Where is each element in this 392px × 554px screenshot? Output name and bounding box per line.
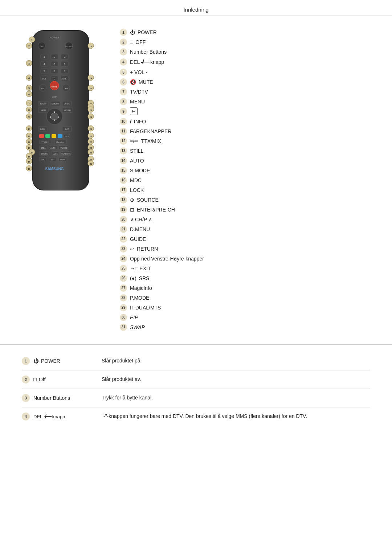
legend-num-25: 25 <box>120 265 127 272</box>
legend-item-12: 12 ≡/✏ TTX/MIX <box>120 138 370 145</box>
svg-text:20: 20 <box>90 87 92 90</box>
svg-text:ENTER: ENTER <box>61 78 69 80</box>
svg-text:7: 7 <box>44 70 45 73</box>
svg-text:0: 0 <box>54 77 56 80</box>
svg-text:D.MENU: D.MENU <box>52 103 59 105</box>
legend-item-1: 1 ⏻ POWER <box>120 29 370 36</box>
legend-num-3: 3 <box>120 48 127 56</box>
svg-rect-60 <box>58 134 62 138</box>
legend-text-9: ↵ <box>130 108 138 115</box>
legend-item-11: 11 FARGEKNAPPER <box>120 128 370 135</box>
legend-item-21: 21 D.MENU <box>120 226 370 233</box>
legend-text-17: LOCK <box>130 187 144 193</box>
legend-num-23: 23 <box>120 245 127 253</box>
svg-text:CHIP: CHIP <box>52 96 57 98</box>
header-title: Innledning <box>183 7 208 13</box>
svg-text:SRS: SRS <box>65 135 69 138</box>
legend-item-6: 6 🔇 MUTE <box>120 78 370 86</box>
svg-text:16: 16 <box>28 161 30 163</box>
svg-text:14: 14 <box>31 152 33 154</box>
legend-num-7: 7 <box>120 88 127 95</box>
svg-text:18: 18 <box>90 45 92 48</box>
legend-item-20: 20 ∨ CH/P ∧ <box>120 216 370 223</box>
legend-text-8: MENU <box>130 98 145 105</box>
legend-num-27: 27 <box>120 284 127 292</box>
legend-num-9: 9 <box>120 108 127 115</box>
legend-num-12: 12 <box>120 138 127 145</box>
svg-text:15: 15 <box>28 156 30 158</box>
legend-item-16: 16 MDC <box>120 177 370 184</box>
legend-text-11: FARGEKNAPPER <box>130 128 171 135</box>
svg-text:GUIDE: GUIDE <box>64 103 70 105</box>
desc-num-4: 4 <box>22 413 30 420</box>
legend-num-29: 29 <box>120 304 127 311</box>
desc-key-1: 1 ⏻ POWER <box>22 357 102 365</box>
legend-text-10: i INFO <box>130 118 146 125</box>
svg-text:12: 12 <box>28 141 30 143</box>
legend-num-17: 17 <box>120 186 127 194</box>
remote-area: POWER OFF SOURCE 1 2 3 4 5 6 7 8 9 <box>22 27 109 333</box>
svg-text:27: 27 <box>90 141 92 143</box>
legend-num-15: 15 <box>120 167 127 174</box>
svg-text:5: 5 <box>28 87 30 90</box>
svg-text:SAMSUNG: SAMSUNG <box>45 167 64 171</box>
svg-text:VOL: VOL <box>41 87 45 90</box>
legend-text-31: SWAP <box>130 324 145 331</box>
svg-text:EXIT: EXIT <box>65 128 69 130</box>
legend-text-20: ∨ CH/P ∧ <box>130 216 152 223</box>
svg-text:S.MODE: S.MODE <box>41 153 48 155</box>
legend-text-4: DEL -/— knapp <box>130 58 164 66</box>
legend-text-3: Number Buttons <box>130 49 167 55</box>
legend-item-2: 2 □ OFF <box>120 38 370 46</box>
legend-text-7: TV/DTV <box>130 89 148 95</box>
svg-text:STILL: STILL <box>41 147 46 149</box>
svg-text:CH/P: CH/P <box>64 87 69 90</box>
legend-text-18: ⊕ SOURCE <box>130 197 159 203</box>
desc-key-label-2: Off <box>39 377 45 382</box>
legend-num-4: 4 <box>120 58 127 66</box>
desc-row-2: 2 □ Off Slår produktet av. <box>22 370 370 389</box>
svg-text:1: 1 <box>44 55 45 58</box>
svg-text:3: 3 <box>64 55 66 58</box>
legend-text-1: ⏻ POWER <box>130 29 157 36</box>
legend-item-19: 19 ⊡ ENTER/PRE-CH <box>120 206 370 213</box>
legend-num-20: 20 <box>120 216 127 223</box>
legend-num-1: 1 <box>120 29 127 36</box>
legend-item-24: 24 Opp-ned Venstre-Høyre-knapper <box>120 255 370 262</box>
svg-rect-58 <box>45 134 50 138</box>
legend-text-6: 🔇 MUTE <box>130 79 153 85</box>
desc-key-3: 3 Number Buttons <box>22 394 102 402</box>
legend-text-2: □ OFF <box>130 39 146 45</box>
legend-item-4: 4 DEL -/— knapp <box>120 58 370 66</box>
svg-text:17: 17 <box>28 168 30 170</box>
legend-text-13: STILL <box>130 148 143 154</box>
legend-num-22: 22 <box>120 235 127 243</box>
svg-text:MDC: MDC <box>41 159 45 161</box>
legend-item-27: 27 MagicInfo <box>120 284 370 292</box>
svg-text:RETURN: RETURN <box>64 109 72 111</box>
svg-text:24: 24 <box>90 116 92 118</box>
legend-num-21: 21 <box>120 226 127 233</box>
legend-item-10: 10 i INFO <box>120 118 370 125</box>
legend-item-13: 13 STILL <box>120 147 370 155</box>
svg-text:MUTE: MUTE <box>52 86 58 88</box>
svg-text:31: 31 <box>90 163 92 165</box>
svg-text:8: 8 <box>28 109 30 111</box>
legend-text-21: D.MENU <box>130 226 150 233</box>
legend-text-23: ↩ RETURN <box>130 246 158 252</box>
legend-num-30: 30 <box>120 314 127 321</box>
svg-text:7: 7 <box>28 102 30 105</box>
svg-text:13: 13 <box>28 147 30 149</box>
svg-text:3: 3 <box>28 62 30 65</box>
svg-text:23: 23 <box>90 109 92 111</box>
svg-text:AUTO: AUTO <box>50 147 56 149</box>
desc-val-3: Trykk for å bytte kanal. <box>102 394 370 402</box>
legend-num-24: 24 <box>120 255 127 262</box>
legend-num-8: 8 <box>120 98 127 105</box>
legend-num-2: 2 <box>120 38 127 46</box>
legend-item-17: 17 LOCK <box>120 186 370 194</box>
svg-text:29: 29 <box>90 152 92 154</box>
svg-text:SWAP: SWAP <box>60 159 66 161</box>
legend-item-26: 26 (●) SRS <box>120 275 370 282</box>
legend-text-24: Opp-ned Venstre-Høyre-knapper <box>130 255 204 262</box>
